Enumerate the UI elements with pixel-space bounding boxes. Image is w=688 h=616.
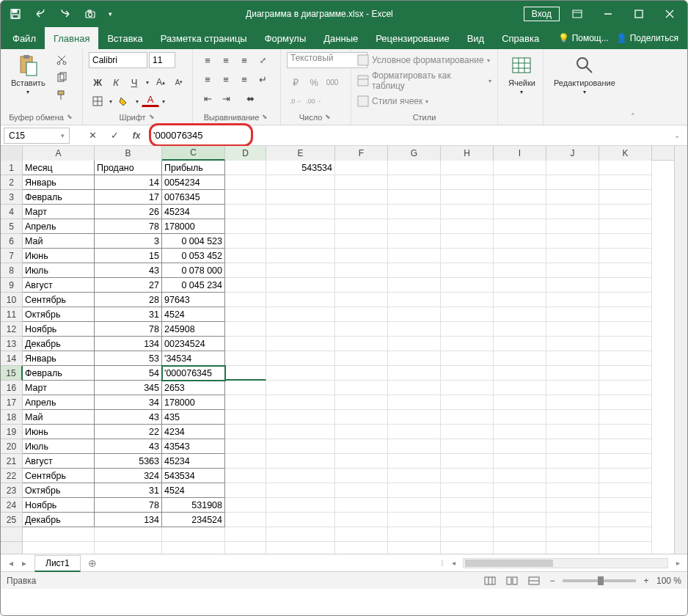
- add-sheet-icon[interactable]: ⊕: [85, 556, 100, 571]
- row-header[interactable]: 9: [1, 278, 23, 293]
- cell[interactable]: Октябрь: [23, 483, 95, 498]
- cell[interactable]: Март: [23, 205, 95, 219]
- row-header[interactable]: 1: [1, 161, 23, 175]
- cell[interactable]: [599, 249, 652, 263]
- cell[interactable]: Февраль: [23, 366, 95, 381]
- cell[interactable]: [494, 366, 546, 381]
- cell[interactable]: [266, 513, 335, 527]
- cell[interactable]: 134: [95, 513, 162, 527]
- cell[interactable]: [599, 498, 652, 513]
- qat-customize-icon[interactable]: ▾: [105, 4, 115, 24]
- row-header[interactable]: 25: [1, 513, 23, 527]
- cell[interactable]: [441, 469, 494, 483]
- cell[interactable]: [599, 454, 652, 469]
- cell[interactable]: [335, 366, 388, 381]
- cell[interactable]: [388, 175, 441, 190]
- cell[interactable]: 0 078 000: [162, 263, 225, 278]
- tab-page-layout[interactable]: Разметка страницы: [152, 27, 256, 49]
- cell[interactable]: [546, 234, 599, 249]
- tab-help[interactable]: Справка: [493, 27, 548, 49]
- cell[interactable]: [599, 439, 652, 454]
- cell[interactable]: [266, 293, 335, 307]
- cell[interactable]: Август: [23, 278, 95, 293]
- cell[interactable]: [266, 454, 335, 469]
- cell[interactable]: [494, 351, 546, 366]
- cell[interactable]: [388, 498, 441, 513]
- cell[interactable]: 53: [95, 351, 162, 366]
- cell[interactable]: Ноябрь: [23, 498, 95, 513]
- row-header[interactable]: 10: [1, 293, 23, 307]
- cell[interactable]: [441, 190, 494, 205]
- cell[interactable]: Май: [23, 410, 95, 425]
- cell[interactable]: [335, 483, 388, 498]
- cell[interactable]: [335, 498, 388, 513]
- cell[interactable]: 0076345: [162, 190, 225, 205]
- cell[interactable]: [546, 322, 599, 337]
- cell[interactable]: 234524: [162, 513, 225, 527]
- cell[interactable]: 00234524: [162, 337, 225, 351]
- cell[interactable]: [225, 293, 266, 307]
- cell[interactable]: [388, 513, 441, 527]
- cell[interactable]: Прибыль: [162, 161, 225, 175]
- cell[interactable]: 27: [95, 278, 162, 293]
- cell[interactable]: [441, 219, 494, 234]
- cell[interactable]: [546, 307, 599, 322]
- column-header[interactable]: C: [162, 146, 225, 161]
- cell[interactable]: [599, 263, 652, 278]
- cell[interactable]: [546, 381, 599, 395]
- row-header[interactable]: 15: [1, 366, 23, 381]
- cell[interactable]: 543534: [162, 469, 225, 483]
- cell[interactable]: 345: [95, 381, 162, 395]
- sheet-next-icon[interactable]: ▸: [18, 558, 30, 568]
- cell[interactable]: Сентябрь: [23, 469, 95, 483]
- cell[interactable]: [388, 161, 441, 175]
- decrease-indent-icon[interactable]: ⇤: [199, 90, 216, 106]
- cell[interactable]: [335, 278, 388, 293]
- cell[interactable]: [225, 498, 266, 513]
- align-top-icon[interactable]: ≡: [199, 52, 216, 68]
- cell[interactable]: [494, 469, 546, 483]
- cell[interactable]: [388, 278, 441, 293]
- cell[interactable]: 178000: [162, 395, 225, 410]
- row-header[interactable]: 19: [1, 425, 23, 439]
- cell[interactable]: [225, 219, 266, 234]
- cell[interactable]: [335, 337, 388, 351]
- cell[interactable]: [266, 263, 335, 278]
- cell[interactable]: Апрель: [23, 219, 95, 234]
- enter-icon[interactable]: ✓: [105, 128, 124, 144]
- cell[interactable]: 17: [95, 190, 162, 205]
- cell[interactable]: 78: [95, 219, 162, 234]
- cell[interactable]: [388, 469, 441, 483]
- cell[interactable]: [335, 410, 388, 425]
- tab-insert[interactable]: Вставка: [98, 27, 151, 49]
- cell[interactable]: [546, 410, 599, 425]
- expand-formula-bar-icon[interactable]: ⌄: [670, 131, 684, 139]
- cell[interactable]: [441, 410, 494, 425]
- row-header[interactable]: 20: [1, 439, 23, 454]
- sheet-prev-icon[interactable]: ◂: [5, 558, 17, 568]
- cell[interactable]: Декабрь: [23, 513, 95, 527]
- cell[interactable]: [546, 249, 599, 263]
- cell[interactable]: [225, 439, 266, 454]
- cell[interactable]: [266, 249, 335, 263]
- cell[interactable]: [494, 161, 546, 175]
- cell[interactable]: [388, 483, 441, 498]
- cell[interactable]: [599, 205, 652, 219]
- cell[interactable]: 22: [95, 425, 162, 439]
- cell[interactable]: [335, 395, 388, 410]
- cell[interactable]: [388, 249, 441, 263]
- cell[interactable]: 3: [95, 234, 162, 249]
- cell[interactable]: 78: [95, 498, 162, 513]
- cell[interactable]: [599, 410, 652, 425]
- cell[interactable]: [546, 190, 599, 205]
- cell[interactable]: [546, 498, 599, 513]
- cell[interactable]: [225, 161, 266, 175]
- cell[interactable]: [494, 307, 546, 322]
- cell[interactable]: [266, 425, 335, 439]
- cell[interactable]: [546, 425, 599, 439]
- cell[interactable]: [388, 263, 441, 278]
- cell[interactable]: [335, 439, 388, 454]
- row-header[interactable]: 17: [1, 395, 23, 410]
- row-header[interactable]: 7: [1, 249, 23, 263]
- cell[interactable]: [225, 307, 266, 322]
